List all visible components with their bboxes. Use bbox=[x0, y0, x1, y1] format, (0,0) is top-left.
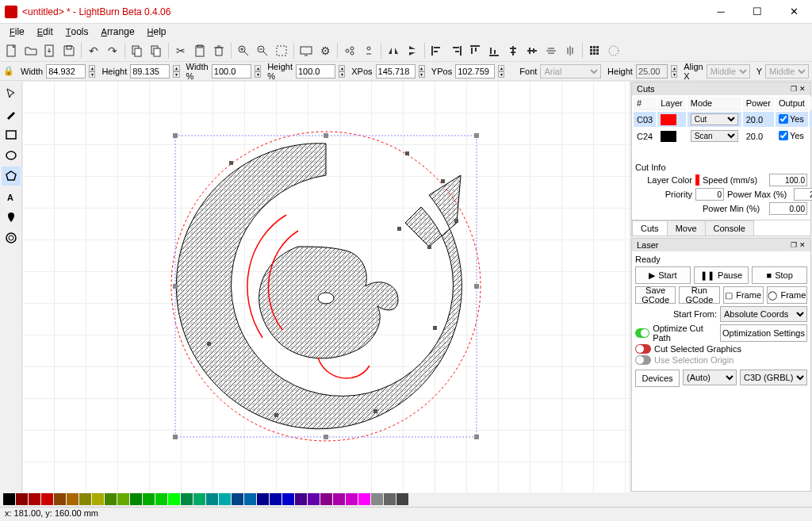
tab-cuts[interactable]: Cuts bbox=[632, 220, 668, 236]
align-right-icon[interactable] bbox=[447, 42, 465, 59]
palette-swatch[interactable] bbox=[257, 493, 269, 505]
cutsel-toggle[interactable] bbox=[635, 344, 651, 354]
alignx-select[interactable]: Middle bbox=[707, 64, 750, 79]
align-left-icon[interactable] bbox=[428, 42, 446, 59]
priority-input[interactable] bbox=[695, 188, 724, 201]
align-hcenter2-icon[interactable] bbox=[542, 42, 560, 59]
panel-close-icon[interactable]: ✕ bbox=[799, 241, 806, 249]
palette-swatch[interactable] bbox=[67, 493, 79, 505]
preview-icon[interactable] bbox=[297, 42, 315, 59]
align-vcenter2-icon[interactable] bbox=[561, 42, 579, 59]
zoom-frame-icon[interactable] bbox=[273, 42, 290, 59]
radial-array-icon[interactable] bbox=[605, 42, 622, 59]
menu-help[interactable]: Help bbox=[141, 25, 173, 39]
flipv-icon[interactable] bbox=[404, 42, 421, 59]
artwork-dragon[interactable] bbox=[159, 120, 492, 453]
palette-swatch[interactable] bbox=[346, 493, 358, 505]
align-bottom-icon[interactable] bbox=[485, 42, 503, 59]
palette-swatch[interactable] bbox=[92, 493, 104, 505]
start-button[interactable]: ▶ Start bbox=[635, 266, 691, 284]
palette-swatch[interactable] bbox=[3, 493, 15, 505]
zoom-in-icon[interactable] bbox=[235, 42, 252, 59]
cut-icon[interactable]: ✂ bbox=[172, 42, 190, 59]
lock-icon[interactable]: 🔒 bbox=[3, 65, 14, 78]
palette-swatch[interactable] bbox=[193, 493, 205, 505]
fheight-input[interactable] bbox=[636, 64, 668, 79]
device-type-select[interactable]: C3D (GRBL) bbox=[740, 370, 807, 385]
fliph-icon[interactable] bbox=[385, 42, 402, 59]
height-input[interactable] bbox=[130, 64, 170, 79]
powermax-input[interactable] bbox=[794, 188, 812, 201]
palette-swatch[interactable] bbox=[232, 493, 243, 505]
draw-tool[interactable] bbox=[2, 105, 21, 124]
savegcode-button[interactable]: Save GCode bbox=[635, 286, 676, 304]
import-icon[interactable] bbox=[41, 42, 59, 59]
delete-icon[interactable] bbox=[210, 42, 228, 59]
palette-swatch[interactable] bbox=[371, 493, 383, 505]
aligny-select[interactable]: Middle bbox=[765, 64, 809, 79]
text-tool[interactable]: A bbox=[2, 187, 21, 206]
offset-tool[interactable] bbox=[2, 228, 21, 247]
open-icon[interactable] bbox=[22, 42, 40, 59]
marker-tool[interactable] bbox=[2, 208, 21, 227]
close-button[interactable]: ✕ bbox=[776, 0, 812, 24]
palette-swatch[interactable] bbox=[333, 493, 345, 505]
optsettings-button[interactable]: Optimization Settings bbox=[720, 324, 807, 342]
palette-swatch[interactable] bbox=[105, 493, 117, 505]
ypos-input[interactable] bbox=[455, 64, 495, 79]
palette-swatch[interactable] bbox=[270, 493, 282, 505]
menu-file[interactable]: File bbox=[3, 25, 31, 39]
rect-tool[interactable] bbox=[2, 125, 21, 144]
palette-swatch[interactable] bbox=[219, 493, 231, 505]
grid-array-icon[interactable] bbox=[586, 42, 603, 59]
palette-swatch[interactable] bbox=[206, 493, 218, 505]
paste-icon[interactable] bbox=[191, 42, 209, 59]
ellipse-tool[interactable] bbox=[2, 146, 21, 165]
font-select[interactable]: Arial bbox=[540, 64, 601, 79]
pause-button[interactable]: ❚❚ Pause bbox=[694, 266, 749, 284]
cuts-row[interactable]: C03 Cut 20.0 Yes No bbox=[634, 112, 812, 127]
panel-restore-icon[interactable]: ❐ bbox=[791, 85, 797, 93]
palette-swatch[interactable] bbox=[16, 493, 28, 505]
tab-console[interactable]: Console bbox=[705, 220, 754, 236]
new-icon[interactable] bbox=[3, 42, 21, 59]
startfrom-select[interactable]: Absolute Coords bbox=[720, 306, 807, 322]
speed-input[interactable] bbox=[769, 174, 807, 186]
palette-swatch[interactable] bbox=[130, 493, 142, 505]
canvas[interactable] bbox=[22, 81, 630, 492]
save-icon[interactable] bbox=[60, 42, 78, 59]
palette-swatch[interactable] bbox=[54, 493, 66, 505]
palette-swatch[interactable] bbox=[168, 493, 180, 505]
palette-swatch[interactable] bbox=[79, 493, 91, 505]
palette-swatch[interactable] bbox=[295, 493, 307, 505]
stop-button[interactable]: ■ Stop bbox=[752, 266, 807, 284]
palette-swatch[interactable] bbox=[320, 493, 332, 505]
mode-select[interactable]: Cut bbox=[691, 113, 738, 125]
powermin-input[interactable] bbox=[769, 202, 807, 215]
align-vcenter-icon[interactable] bbox=[523, 42, 541, 59]
zoom-out-icon[interactable] bbox=[254, 42, 271, 59]
layercolor-swatch[interactable] bbox=[695, 174, 699, 186]
palette-swatch[interactable] bbox=[384, 493, 396, 505]
align-top-icon[interactable] bbox=[466, 42, 484, 59]
tab-move[interactable]: Move bbox=[667, 220, 706, 236]
palette-swatch[interactable] bbox=[41, 493, 53, 505]
rungcode-button[interactable]: Run GCode bbox=[679, 286, 719, 304]
menu-arrange[interactable]: Arrange bbox=[95, 25, 141, 39]
palette-swatch[interactable] bbox=[143, 493, 155, 505]
maximize-button[interactable]: ☐ bbox=[739, 0, 776, 24]
optimize-toggle[interactable] bbox=[635, 328, 649, 338]
panel-restore-icon[interactable]: ❐ bbox=[791, 241, 797, 249]
palette-swatch[interactable] bbox=[308, 493, 320, 505]
group-icon[interactable] bbox=[341, 42, 358, 59]
palette-swatch[interactable] bbox=[244, 493, 256, 505]
minimize-button[interactable]: ─ bbox=[703, 0, 739, 24]
menu-edit[interactable]: Edit bbox=[31, 25, 59, 39]
device-auto-select[interactable]: (Auto) bbox=[683, 370, 737, 385]
panel-close-icon[interactable]: ✕ bbox=[799, 85, 806, 93]
redo-icon[interactable]: ↷ bbox=[104, 42, 121, 59]
palette-swatch[interactable] bbox=[29, 493, 40, 505]
palette-swatch[interactable] bbox=[181, 493, 193, 505]
frame-button[interactable]: ▢ Frame bbox=[723, 286, 764, 304]
devices-button[interactable]: Devices bbox=[635, 370, 680, 387]
